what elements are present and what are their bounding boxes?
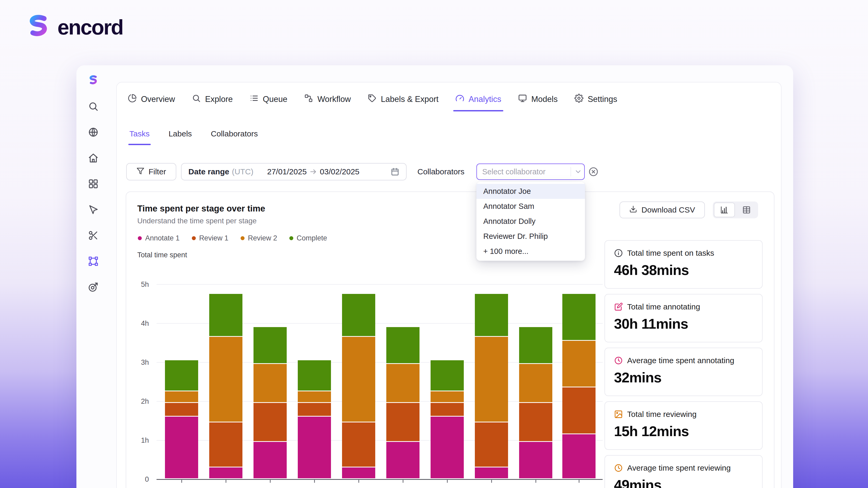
sub-tabs: TasksLabelsCollaborators: [129, 129, 258, 138]
bar-segment-review-2[interactable]: [342, 337, 375, 422]
x-tick: [447, 480, 448, 483]
sidebar-target[interactable]: [88, 281, 99, 293]
scissors-icon: [88, 230, 98, 241]
bar-segment-review-1[interactable]: [165, 403, 198, 416]
encord-logo-icon: [88, 74, 99, 87]
x-tick: [314, 480, 315, 483]
x-tick: [181, 480, 182, 483]
bar-segment-annotate-1[interactable]: [519, 442, 552, 478]
bar-segment-complete[interactable]: [165, 360, 198, 391]
info-icon: [614, 249, 623, 258]
tab-workflow[interactable]: Workflow: [304, 94, 351, 104]
bar-segment-review-1[interactable]: [386, 403, 420, 441]
dropdown-option-annotator-dolly[interactable]: Annotator Dolly: [476, 214, 585, 229]
stat-label: Average time spent reviewing: [627, 463, 731, 473]
bar-segment-annotate-1[interactable]: [342, 467, 375, 478]
bar-segment-review-2[interactable]: [431, 391, 464, 402]
stat-card-average-time-spent-reviewing: Average time spent reviewing49mins: [604, 455, 763, 488]
tab-analytics[interactable]: Analytics: [455, 94, 501, 104]
dart-target-icon: [88, 282, 98, 292]
bar-segment-annotate-1[interactable]: [475, 467, 508, 478]
bar-segment-complete[interactable]: [209, 294, 242, 336]
bar-segment-review-2[interactable]: [165, 391, 198, 402]
bar-segment-review-1[interactable]: [209, 422, 242, 466]
chart-card: Time spent per stage over time Understan…: [126, 191, 774, 488]
apps-grid-icon: [88, 178, 98, 189]
bar-segment-complete[interactable]: [475, 294, 508, 336]
bar-segment-review-1[interactable]: [298, 403, 331, 416]
sidebar-select-tool[interactable]: [88, 204, 99, 216]
bar-segment-review-2[interactable]: [253, 364, 287, 402]
tab-overview[interactable]: Overview: [128, 94, 175, 104]
date-start-value[interactable]: 27/01/2025: [267, 167, 307, 176]
x-tick: [359, 480, 359, 483]
bar-segment-complete[interactable]: [342, 294, 375, 336]
search-icon: [192, 94, 201, 103]
collaborator-select[interactable]: Select collaborator: [476, 164, 585, 180]
bar-segment-annotate-1[interactable]: [386, 442, 420, 478]
x-tick: [225, 480, 226, 483]
bar-segment-annotate-1[interactable]: [298, 417, 331, 478]
sidebar-logo[interactable]: [88, 75, 99, 86]
bar-segment-review-1[interactable]: [562, 387, 595, 433]
bar-segment-review-1[interactable]: [253, 403, 287, 441]
bar-segment-complete[interactable]: [386, 327, 420, 363]
bar-segment-review-1[interactable]: [342, 422, 375, 466]
filter-button-label: Filter: [149, 167, 166, 176]
tab-settings[interactable]: Settings: [575, 94, 617, 104]
sidebar-home[interactable]: [88, 152, 99, 164]
sidebar-search[interactable]: [88, 101, 99, 112]
bar-segment-complete[interactable]: [253, 327, 287, 363]
bar-segment-review-2[interactable]: [209, 337, 242, 422]
bar-segment-annotate-1[interactable]: [431, 417, 464, 478]
bar-segment-review-1[interactable]: [475, 422, 508, 466]
date-end-value[interactable]: 03/02/2025: [320, 167, 360, 176]
bar-segment-review-2[interactable]: [519, 364, 552, 402]
bar-segment-annotate-1[interactable]: [209, 467, 242, 478]
gear-icon: [575, 94, 583, 103]
bar-segment-review-1[interactable]: [519, 403, 552, 441]
stat-card-total-time-spent-on-tasks: Total time spent on tasks46h 38mins: [604, 240, 763, 289]
bar-segment-annotate-1[interactable]: [562, 434, 595, 478]
sidebar-annotate[interactable]: [88, 256, 99, 267]
bar-segment-review-2[interactable]: [475, 337, 508, 422]
clear-collaborator-button[interactable]: [588, 167, 598, 177]
dropdown-option-100-more[interactable]: + 100 more...: [476, 244, 585, 259]
bar-segment-review-2[interactable]: [386, 364, 420, 402]
tab-labels-export[interactable]: Labels & Export: [368, 94, 438, 104]
main-nav: OverviewExploreQueueWorkflowLabels & Exp…: [128, 94, 617, 104]
dropdown-option-annotator-sam[interactable]: Annotator Sam: [476, 199, 585, 214]
subtab-tasks[interactable]: Tasks: [129, 129, 150, 138]
stat-label: Total time annotating: [627, 302, 700, 311]
date-range-picker[interactable]: Date range (UTC) 27/01/2025 03/02/2025: [181, 163, 407, 181]
pie-chart-icon: [128, 94, 137, 103]
clock-icon: [614, 356, 623, 365]
bar-segment-complete[interactable]: [298, 360, 331, 391]
filter-button[interactable]: Filter: [126, 163, 176, 181]
sidebar-scissors[interactable]: [88, 230, 99, 241]
bar-segment-review-2[interactable]: [562, 341, 595, 387]
bar-segment-complete[interactable]: [519, 327, 552, 363]
chevron-down-icon: [574, 168, 582, 176]
tab-queue[interactable]: Queue: [250, 94, 287, 104]
sidebar-globe[interactable]: [88, 126, 99, 138]
dropdown-option-annotator-joe[interactable]: Annotator Joe: [476, 184, 585, 199]
monitor-icon: [518, 94, 527, 103]
bar-segment-review-1[interactable]: [431, 403, 464, 416]
stat-value: 32mins: [614, 369, 753, 386]
bar-segment-annotate-1[interactable]: [165, 417, 198, 478]
sidebar-apps[interactable]: [88, 178, 99, 190]
encord-logo-icon: [25, 14, 52, 41]
dropdown-option-reviewer-dr-philip[interactable]: Reviewer Dr. Philip: [476, 229, 585, 244]
bar-segment-complete[interactable]: [562, 294, 595, 340]
bar-segment-annotate-1[interactable]: [253, 442, 287, 478]
cursor-select-icon: [88, 204, 98, 215]
tab-models[interactable]: Models: [518, 94, 558, 104]
tab-explore[interactable]: Explore: [192, 94, 233, 104]
subtab-labels[interactable]: Labels: [168, 129, 192, 138]
subtab-collaborators[interactable]: Collaborators: [211, 129, 258, 138]
bar-segment-complete[interactable]: [431, 360, 464, 391]
bar-segment-review-2[interactable]: [298, 391, 331, 402]
tab-label: Explore: [205, 95, 233, 104]
date-range-label: Date range: [188, 167, 229, 176]
